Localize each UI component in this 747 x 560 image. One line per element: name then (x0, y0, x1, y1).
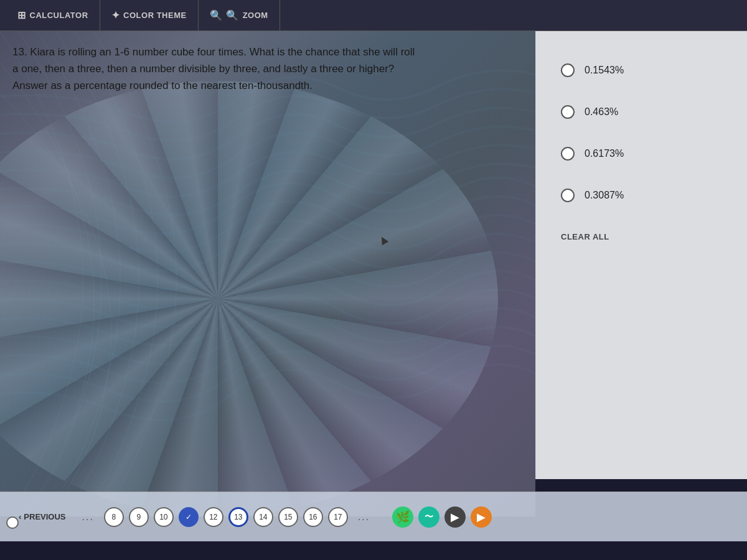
wave-icon[interactable]: 〜 (418, 506, 439, 528)
answer-text-b: 0.463% (585, 106, 618, 118)
radio-a[interactable] (561, 63, 575, 77)
zoom-in-icon: 🔍 (210, 9, 223, 21)
bottom-icons-group: 🌿 〜 ▶ ▶ (392, 506, 492, 528)
page-16[interactable]: 16 (303, 507, 323, 527)
answer-panel: 0.1543% 0.463% 0.6173% 0.3087% CLEAR ALL (535, 31, 747, 479)
answer-text-a: 0.1543% (585, 65, 624, 76)
page-11[interactable] (179, 507, 199, 527)
color-theme-icon: ✦ (111, 9, 120, 21)
question-text: 13. Kiara is rolling an 1-6 number cube … (12, 44, 415, 95)
zoom-out-icon: 🔍 (226, 9, 239, 21)
page-17[interactable]: 17 (328, 507, 348, 527)
clear-all-button[interactable]: CLEAR ALL (561, 232, 609, 241)
question-line1: 13. Kiara is rolling an 1-6 number cube … (12, 46, 415, 58)
zoom-label: ZOOM (243, 11, 268, 20)
bottom-left-indicator (6, 516, 19, 529)
zoom-tab[interactable]: 🔍 🔍 ZOOM (199, 0, 280, 30)
play-icon[interactable]: ▶ (444, 506, 466, 528)
nav-ellipsis-end: ... (353, 511, 375, 523)
bottom-navigation: ‹ PREVIOUS ... 8 9 10 12 13 14 15 16 17 … (0, 492, 747, 541)
answer-option-c[interactable]: 0.6173% (561, 133, 735, 175)
question-line3: Answer as a percentage rounded to the ne… (12, 80, 312, 91)
page-12[interactable]: 12 (204, 507, 223, 527)
toolbar: ⊞ CALCULATOR ✦ COLOR THEME 🔍 🔍 ZOOM (0, 0, 747, 31)
calculator-tab[interactable]: ⊞ CALCULATOR (6, 0, 100, 30)
radio-d[interactable] (561, 189, 575, 202)
wave-background (0, 31, 535, 516)
answer-text-c: 0.6173% (585, 148, 624, 159)
answer-option-d[interactable]: 0.3087% (561, 175, 735, 217)
main-content: 13. Kiara is rolling an 1-6 number cube … (0, 31, 747, 541)
prev-chevron-icon: ‹ (19, 512, 21, 521)
calculator-label: CALCULATOR (30, 11, 88, 20)
answer-option-b[interactable]: 0.463% (561, 91, 735, 133)
page-15[interactable]: 15 (278, 507, 298, 527)
calculator-icon: ⊞ (17, 9, 26, 21)
page-10[interactable]: 10 (154, 507, 174, 527)
radio-b[interactable] (561, 105, 575, 119)
page-8[interactable]: 8 (104, 507, 124, 527)
page-14[interactable]: 14 (253, 507, 273, 527)
question-line2: a one, then a three, then a number divis… (12, 63, 394, 75)
question-area: 13. Kiara is rolling an 1-6 number cube … (12, 44, 415, 95)
nav-ellipsis: ... (77, 511, 99, 523)
answer-option-a[interactable]: 0.1543% (561, 50, 735, 91)
previous-button[interactable]: ‹ PREVIOUS (12, 512, 72, 521)
color-theme-label: COLOR THEME (123, 11, 187, 20)
next-icon[interactable]: ▶ (471, 506, 492, 528)
radio-c[interactable] (561, 147, 575, 161)
previous-label: PREVIOUS (24, 512, 65, 521)
svg-rect-0 (0, 31, 535, 516)
color-theme-tab[interactable]: ✦ COLOR THEME (100, 0, 199, 30)
leaf-icon[interactable]: 🌿 (392, 506, 413, 528)
page-13[interactable]: 13 (228, 507, 248, 527)
wave-svg (0, 31, 535, 516)
answer-text-d: 0.3087% (585, 190, 624, 201)
page-9[interactable]: 9 (129, 507, 149, 527)
